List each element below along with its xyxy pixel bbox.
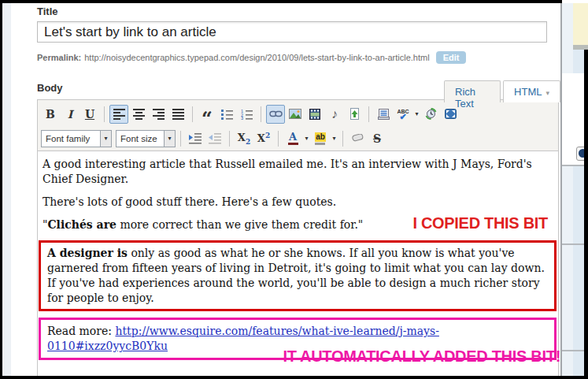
highlight-color-button[interactable]: ab: [311, 129, 330, 148]
italic-icon: I: [68, 108, 73, 121]
permalink-url: http://noisydecentgraphics.typepad.com/d…: [84, 53, 429, 62]
text-color-button[interactable]: A: [283, 129, 302, 148]
strikethrough-icon: S: [373, 132, 381, 145]
toolbar-separator: [192, 106, 193, 122]
editor-paragraph: A good interesting article that Russell …: [43, 157, 553, 187]
unordered-list-icon: [221, 109, 233, 120]
underline-icon: U: [85, 108, 94, 121]
annotation-copied-label: I COPIED THIS BIT: [412, 214, 548, 232]
clock-history-icon: [425, 108, 437, 120]
font-size-select[interactable]: Font size ▾: [116, 130, 176, 147]
bold-button[interactable]: B: [41, 105, 60, 124]
tab-rich-text-label: Rich Text: [455, 86, 475, 110]
red-annotation-box: A designer is only as good as what he or…: [39, 240, 557, 311]
editor-mode-tabs: Rich Text HTML▾: [444, 80, 560, 102]
film-icon: [309, 109, 320, 120]
title-input[interactable]: [37, 21, 547, 43]
align-center-button[interactable]: [129, 105, 148, 124]
spellcheck-button[interactable]: ABC ✔: [394, 105, 412, 124]
spellcheck-dropdown-caret[interactable]: ▾: [413, 110, 420, 117]
image-icon: [289, 109, 301, 119]
music-note-icon: ♪: [331, 107, 338, 121]
toolbar-separator: [368, 106, 369, 122]
editor-paragraph: There's lots of good stuff there. Here's…: [43, 195, 553, 210]
tab-rich-text[interactable]: Rich Text: [444, 80, 501, 102]
editor-toolbar: B I U “: [37, 99, 559, 151]
insert-link-button[interactable]: [266, 105, 285, 124]
frame-left-border: [0, 0, 2, 379]
page-background-strip: [2, 3, 11, 376]
print-icon: [378, 109, 390, 120]
highlight-dropdown-caret[interactable]: ▾: [331, 135, 338, 142]
sidebar-rule: [562, 350, 584, 351]
fullscreen-icon: [445, 109, 457, 119]
superscript-button[interactable]: X2: [254, 129, 273, 148]
blockquote-icon: “: [202, 116, 213, 122]
indent-icon: [189, 133, 202, 144]
insert-file-button[interactable]: [345, 105, 364, 124]
bold-text: A designer is: [47, 247, 128, 259]
frame-top-border: [0, 0, 562, 3]
chevron-down-icon: ▾: [164, 131, 175, 147]
toolbar-row-2: Font family ▾ Font size ▾ X2: [41, 126, 555, 150]
subscript-button[interactable]: X2: [235, 129, 253, 148]
align-right-button[interactable]: [149, 105, 168, 124]
font-size-value: Font size: [116, 131, 164, 147]
toolbar-separator: [180, 131, 181, 147]
frame-right-edge: [584, 50, 588, 376]
unordered-list-button[interactable]: [217, 105, 236, 124]
sidebar-rule: [562, 165, 584, 166]
chevron-down-icon: ▾: [545, 89, 549, 97]
title-label: Title: [37, 6, 58, 17]
superscript-icon: X2: [257, 132, 270, 144]
align-left-icon: [113, 109, 125, 120]
link-icon: [269, 110, 283, 117]
print-button[interactable]: [374, 105, 393, 124]
underline-button[interactable]: U: [80, 105, 99, 124]
insert-audio-button[interactable]: ♪: [325, 105, 344, 124]
text-color-dropdown-caret[interactable]: ▾: [303, 135, 310, 142]
right-sidebar-sliver: [560, 3, 588, 376]
history-button[interactable]: [421, 105, 440, 124]
subscript-icon: X2: [238, 132, 250, 146]
outdent-button[interactable]: [205, 129, 224, 148]
compose-screen: Title Permalink: http://noisydecentgraph…: [0, 0, 588, 379]
strikethrough-button[interactable]: S: [368, 129, 386, 148]
edit-permalink-button[interactable]: Edit: [436, 51, 467, 64]
align-right-icon: [153, 109, 165, 120]
body-label: Body: [37, 82, 63, 94]
tab-html[interactable]: HTML▾: [503, 80, 560, 102]
toolbar-separator: [104, 106, 105, 122]
indent-button[interactable]: [186, 129, 205, 148]
spellcheck-icon: ABC ✔: [397, 109, 409, 120]
ordered-list-icon: 123: [241, 109, 253, 120]
blockquote-button[interactable]: “: [198, 105, 216, 124]
align-center-icon: [133, 109, 145, 120]
outdent-icon: [209, 133, 221, 144]
permalink: Permalink: http://noisydecentgraphics.ty…: [37, 51, 466, 64]
frame-bottom-border: [0, 376, 588, 379]
tab-html-label: HTML: [514, 86, 542, 98]
font-family-select[interactable]: Font family ▾: [41, 130, 112, 147]
ordered-list-button[interactable]: 123: [237, 105, 256, 124]
sidebar-yellow-panel: [573, 3, 588, 45]
permalink-label: Permalink:: [37, 53, 81, 62]
editor-paragraph: A designer is only as good as what he or…: [47, 246, 548, 306]
insert-video-button[interactable]: [305, 105, 324, 124]
italic-button[interactable]: I: [61, 105, 80, 124]
align-left-button[interactable]: [109, 105, 128, 124]
insert-image-button[interactable]: [286, 105, 305, 124]
rich-text-editor-body[interactable]: A good interesting article that Russell …: [37, 151, 559, 376]
toolbar-separator: [342, 131, 343, 147]
align-justify-icon: [172, 109, 184, 120]
sidebar-rule: [562, 243, 584, 245]
text-color-icon: A: [288, 132, 298, 145]
font-family-value: Font family: [42, 131, 100, 147]
eraser-icon: [351, 134, 364, 143]
toolbar-row-1: B I U “: [41, 102, 555, 126]
annotation-added-label: IT AUTOMATICALLY ADDED THIS BIT!: [283, 347, 560, 366]
align-justify-button[interactable]: [168, 105, 187, 124]
toolbar-separator: [229, 131, 230, 147]
remove-format-button[interactable]: [348, 129, 367, 148]
toolbar-separator: [278, 131, 279, 147]
